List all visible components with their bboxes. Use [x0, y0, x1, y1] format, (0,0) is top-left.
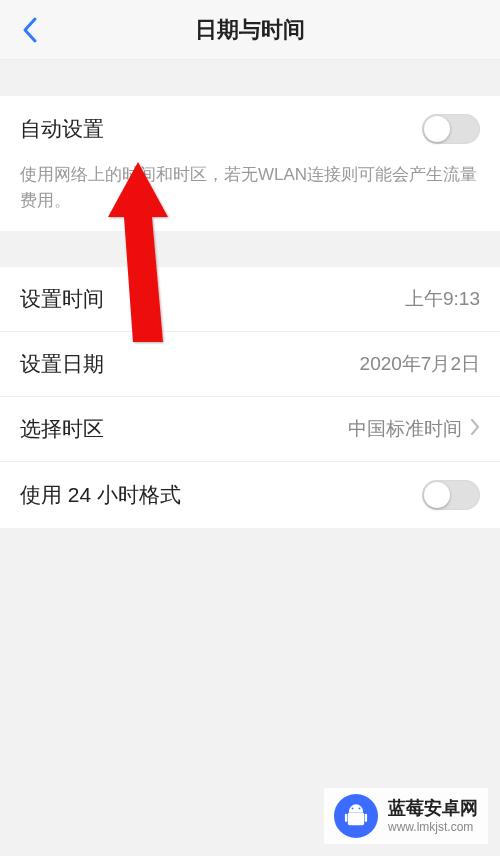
- set-time-value: 上午9:13: [405, 286, 480, 312]
- watermark: 蓝莓安卓网 www.lmkjst.com: [324, 788, 488, 844]
- select-timezone-value: 中国标准时间: [348, 416, 462, 442]
- section-gap: [0, 231, 500, 267]
- auto-set-row[interactable]: 自动设置: [0, 96, 500, 162]
- auto-set-label: 自动设置: [20, 115, 104, 143]
- set-time-label: 设置时间: [20, 285, 104, 313]
- header: 日期与时间: [0, 0, 500, 60]
- auto-set-toggle[interactable]: [422, 114, 480, 144]
- svg-rect-4: [345, 814, 347, 822]
- svg-rect-1: [348, 813, 364, 826]
- set-date-row[interactable]: 设置日期 2020年7月2日: [0, 331, 500, 396]
- hour24-toggle[interactable]: [422, 480, 480, 510]
- hour24-label: 使用 24 小时格式: [20, 481, 181, 509]
- set-time-row[interactable]: 设置时间 上午9:13: [0, 267, 500, 331]
- set-date-value: 2020年7月2日: [360, 351, 480, 377]
- page-title: 日期与时间: [195, 15, 305, 45]
- svg-rect-5: [365, 814, 367, 822]
- svg-point-3: [359, 807, 361, 809]
- back-button[interactable]: [16, 16, 44, 44]
- chevron-right-icon: [470, 417, 480, 441]
- section-gap: [0, 60, 500, 96]
- chevron-left-icon: [22, 16, 38, 44]
- svg-point-2: [352, 807, 354, 809]
- auto-set-description: 使用网络上的时间和时区，若无WLAN连接则可能会产生流量费用。: [0, 162, 500, 231]
- select-timezone-label: 选择时区: [20, 415, 104, 443]
- hour24-row[interactable]: 使用 24 小时格式: [0, 461, 500, 528]
- watermark-logo-icon: [334, 794, 378, 838]
- watermark-url: www.lmkjst.com: [388, 820, 478, 834]
- watermark-name: 蓝莓安卓网: [388, 798, 478, 820]
- select-timezone-row[interactable]: 选择时区 中国标准时间: [0, 396, 500, 461]
- set-date-label: 设置日期: [20, 350, 104, 378]
